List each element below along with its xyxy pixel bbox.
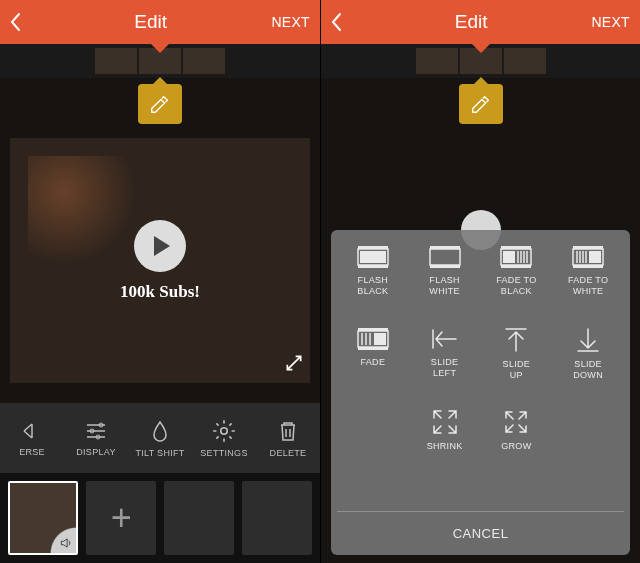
- next-button[interactable]: NEXT: [591, 14, 630, 30]
- edit-clip-button[interactable]: [459, 84, 503, 124]
- svg-rect-6: [358, 246, 388, 249]
- add-clip-button[interactable]: +: [86, 481, 156, 555]
- svg-rect-8: [430, 249, 460, 265]
- header-notch-icon: [150, 43, 170, 53]
- tool-label: ERSE: [19, 447, 45, 457]
- transition-slide-up[interactable]: SLIDEUP: [503, 326, 531, 381]
- play-icon: [154, 236, 170, 256]
- tool-label: DELETE: [270, 448, 307, 458]
- transition-label: FADE: [361, 357, 386, 368]
- header: Edit NEXT: [321, 0, 640, 44]
- transition-fade-to-white[interactable]: FADE TOWHITE: [568, 244, 608, 297]
- screen-transitions: Edit NEXT FLASHBLACK FLASHWHITE: [320, 0, 640, 563]
- tool-tilt-shift[interactable]: TILT SHIFT: [128, 418, 192, 458]
- transitions-grid: FLASHBLACK FLASHWHITE FADE TOBLACK FADE …: [337, 244, 624, 511]
- gear-icon: [211, 418, 237, 444]
- svg-rect-21: [358, 328, 388, 331]
- shrink-icon: [431, 408, 459, 436]
- timeline-clip[interactable]: [504, 48, 546, 74]
- header-title: Edit: [134, 11, 167, 33]
- tool-label: DISPLAY: [76, 447, 115, 457]
- clip-tray: +: [0, 473, 320, 563]
- header-title: Edit: [455, 11, 488, 33]
- edit-clip-button[interactable]: [138, 84, 182, 124]
- tool-reverse[interactable]: ERSE: [0, 419, 64, 457]
- pencil-icon: [470, 93, 492, 115]
- tool-label: SETTINGS: [200, 448, 247, 458]
- svg-rect-5: [360, 251, 386, 263]
- clip-slot-empty[interactable]: [164, 481, 234, 555]
- clip-slot-empty[interactable]: [242, 481, 312, 555]
- transition-flash-white[interactable]: FLASHWHITE: [428, 244, 462, 297]
- fade-white-icon: [571, 244, 605, 270]
- svg-rect-7: [358, 265, 388, 268]
- svg-rect-13: [501, 246, 531, 249]
- svg-rect-10: [430, 265, 460, 268]
- svg-rect-14: [501, 265, 531, 268]
- edit-toolbar: ERSE DISPLAY TILT SHIFT SETTINGS DELETE: [0, 403, 320, 473]
- svg-rect-12: [503, 251, 515, 263]
- transition-fade[interactable]: FADE: [356, 326, 390, 368]
- speaker-icon: [59, 536, 73, 550]
- transition-label: GROW: [501, 441, 531, 452]
- transition-label: SLIDEDOWN: [573, 359, 603, 381]
- clip-slot-selected[interactable]: [8, 481, 78, 555]
- svg-rect-18: [573, 265, 603, 268]
- timeline-clip[interactable]: [95, 48, 137, 74]
- svg-rect-17: [573, 246, 603, 249]
- transition-label: FLASHBLACK: [357, 275, 388, 297]
- slide-left-icon: [430, 326, 460, 352]
- tool-label: TILT SHIFT: [135, 448, 184, 458]
- audio-badge[interactable]: [46, 523, 76, 553]
- transition-slide-left[interactable]: SLIDELEFT: [430, 326, 460, 379]
- transition-label: FLASHWHITE: [429, 275, 460, 297]
- video-preview[interactable]: 100k Subs!: [10, 138, 310, 383]
- slide-up-icon: [503, 326, 529, 354]
- transition-flash-black[interactable]: FLASHBLACK: [356, 244, 390, 297]
- screen-edit-main: Edit NEXT 100k Subs! ERSE DISPLAY: [0, 0, 320, 563]
- transition-fade-to-black[interactable]: FADE TOBLACK: [496, 244, 536, 297]
- pencil-icon: [149, 93, 171, 115]
- back-button[interactable]: [10, 12, 30, 32]
- timeline-clip[interactable]: [416, 48, 458, 74]
- slide-down-icon: [575, 326, 601, 354]
- back-button[interactable]: [331, 12, 351, 32]
- flash-white-icon: [428, 244, 462, 270]
- next-button[interactable]: NEXT: [271, 14, 310, 30]
- droplet-icon: [148, 418, 172, 444]
- svg-rect-16: [589, 251, 601, 263]
- svg-rect-20: [374, 333, 386, 345]
- svg-rect-22: [358, 347, 388, 350]
- header-notch-icon: [471, 43, 491, 53]
- flash-black-icon: [356, 244, 390, 270]
- transition-label: FADE TOWHITE: [568, 275, 608, 297]
- tool-display[interactable]: DISPLAY: [64, 419, 128, 457]
- video-overlay-text: 100k Subs!: [120, 282, 200, 302]
- reverse-icon: [20, 419, 44, 443]
- expand-icon: [284, 353, 304, 373]
- timeline-clip[interactable]: [183, 48, 225, 74]
- transition-label: SLIDELEFT: [431, 357, 459, 379]
- plus-icon: +: [111, 497, 132, 539]
- fade-black-icon: [499, 244, 533, 270]
- svg-rect-9: [430, 246, 460, 249]
- transition-label: SLIDEUP: [503, 359, 531, 381]
- grow-icon: [502, 408, 530, 436]
- tool-settings[interactable]: SETTINGS: [192, 418, 256, 458]
- transition-shrink[interactable]: SHRINK: [427, 408, 463, 452]
- transition-slide-down[interactable]: SLIDEDOWN: [573, 326, 603, 381]
- fade-icon: [356, 326, 390, 352]
- svg-point-3: [221, 428, 228, 435]
- transition-label: SHRINK: [427, 441, 463, 452]
- preview-lighting: [28, 156, 148, 276]
- transition-label: FADE TOBLACK: [496, 275, 536, 297]
- header: Edit NEXT: [0, 0, 320, 44]
- cancel-button[interactable]: CANCEL: [337, 511, 624, 555]
- tool-delete[interactable]: DELETE: [256, 418, 320, 458]
- sliders-icon: [83, 419, 109, 443]
- trash-icon: [276, 418, 300, 444]
- transitions-sheet: FLASHBLACK FLASHWHITE FADE TOBLACK FADE …: [331, 230, 630, 555]
- transition-grow[interactable]: GROW: [501, 408, 531, 452]
- fullscreen-button[interactable]: [284, 353, 304, 377]
